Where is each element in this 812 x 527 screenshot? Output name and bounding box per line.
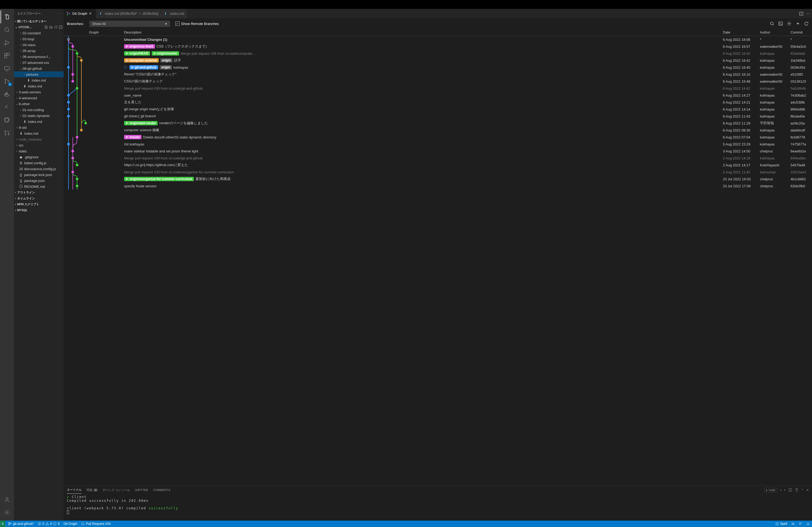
status-copilot-icon[interactable] [791, 522, 795, 526]
remote-button[interactable] [0, 521, 5, 527]
file-item[interactable]: Bbabel.config.js [14, 160, 64, 166]
remote-icon[interactable] [1, 62, 13, 75]
section-header[interactable]: ›NPM スクリプト [14, 201, 64, 207]
pull-request-icon[interactable] [1, 126, 13, 139]
folder-item[interactable]: ›static [14, 148, 64, 154]
commit-row[interactable]: Merge pull request #34 from ut-code/git-… [64, 154, 812, 162]
folder-item[interactable]: ›07-advanced-css [14, 60, 64, 65]
file-item[interactable]: {}package-lock.json [14, 172, 64, 178]
commit-row[interactable]: masterDelete docs/8-other/02-static-dyna… [64, 134, 812, 140]
commit-row[interactable]: user_name6 Aug 2022 14:27kokhayas7e306ab… [64, 92, 812, 99]
folder-item[interactable]: ›01-not-coding [14, 107, 64, 113]
folder-item[interactable]: ›04-class [14, 42, 64, 48]
run-debug-icon[interactable] [1, 36, 13, 49]
commit-row[interactable]: Git kokhayas5 Aug 2022 23:29kokhayas7475… [64, 140, 812, 148]
account-icon[interactable] [1, 493, 13, 506]
branch-tag[interactable]: master [124, 135, 142, 139]
more-icon[interactable] [806, 12, 810, 16]
terminal-profile[interactable]: ▸ node [764, 488, 777, 492]
chevron-down-icon[interactable]: ▾ [784, 488, 786, 491]
branches-dropdown[interactable]: Show All ▾ [89, 21, 170, 27]
terminal-tab[interactable]: ターミナル [67, 486, 82, 494]
commit-row[interactable]: computer-scienceorigin誤字6 Aug 2022 16:42… [64, 57, 812, 64]
status-bell-icon[interactable] [806, 522, 810, 526]
folder-item[interactable]: ›02-constant [14, 30, 64, 36]
search-icon[interactable] [1, 23, 13, 36]
collapse-icon[interactable] [59, 25, 62, 29]
commit-row[interactable]: computer science 俯瞰6 Aug 2022 08:30kokha… [64, 127, 812, 134]
terminal-output[interactable]: ✔ Client Compiled successfully in 202.08… [64, 494, 812, 521]
show-remote-checkbox[interactable]: ✓ Show Remote Branches [175, 21, 219, 26]
branch-tag[interactable]: origin/css-test1 [124, 44, 155, 48]
refresh-icon[interactable] [54, 25, 58, 29]
commit-row[interactable]: origin/add-renderrenderのページを編集しました6 Aug … [64, 120, 812, 127]
terminal-tab[interactable]: COMMENTS [153, 487, 170, 493]
extensions-icon[interactable] [1, 49, 13, 62]
folder-item[interactable]: ›06-anonymous-f... [14, 54, 64, 60]
github-icon[interactable] [1, 114, 13, 126]
folder-item[interactable]: ›03-loop [14, 36, 64, 42]
folder-item[interactable]: ›pictures [14, 71, 64, 77]
section-header[interactable]: ›タイムライン [14, 195, 64, 201]
status-spell[interactable]: Spell [775, 522, 787, 526]
branch-tag[interactable]: computer-science [124, 58, 159, 62]
folder-item[interactable]: ›9-old [14, 124, 64, 131]
terminal-tab[interactable]: 問題8 [86, 486, 98, 494]
commit-row[interactable]: make sidebar foldable and set prism them… [64, 148, 812, 154]
refresh-icon[interactable] [804, 21, 809, 26]
commit-row[interactable]: https://.co.jpをhttps://github.comに変えた2 A… [64, 162, 812, 168]
terminal-icon[interactable] [778, 21, 783, 26]
folder-item[interactable]: ›src [14, 142, 64, 148]
chevron-up-icon[interactable]: ⌃ [801, 488, 804, 492]
commit-row[interactable]: origin/reorganize-for-summer-curriculum夏… [64, 176, 812, 182]
terminal-tab[interactable]: JUPYTER [135, 487, 148, 493]
commit-row[interactable]: git-and-githuboriginkokhayas6 Aug 2022 1… [64, 64, 812, 71]
folder-item[interactable]: ⌄8-other [14, 101, 64, 107]
commit-row[interactable]: origin/css-test1CSS（フレックスボックスまで）6 Aug 20… [64, 43, 812, 50]
more-icon[interactable] [57, 12, 60, 15]
branch-tag[interactable]: origin/add-render [124, 121, 158, 125]
file-item[interactable]: ◆.gitignore [14, 154, 64, 160]
file-item[interactable]: ⬇index.md [14, 77, 64, 83]
folder-item[interactable]: ›05-array [14, 48, 64, 54]
new-terminal-icon[interactable]: + [780, 488, 782, 492]
new-file-icon[interactable] [44, 25, 48, 29]
split-icon[interactable] [788, 488, 792, 492]
docker-icon[interactable] [1, 88, 13, 101]
terminal-tab[interactable]: デバッグ コンソール [103, 486, 130, 494]
explorer-icon[interactable] [1, 11, 13, 23]
file-item[interactable]: ⓘREADME.md [14, 183, 64, 190]
open-editors-section[interactable]: › 開いているエディター [14, 18, 64, 24]
branch-tag[interactable]: origin/reorganize-for-summer-curriculum [124, 177, 194, 181]
commit-row[interactable]: origin/HEAD origin/masterMerge pull requ… [64, 50, 812, 57]
commit-row[interactable]: git merge origin mainなどを加筆6 Aug 2022 14:… [64, 106, 812, 113]
section-header[interactable]: ›MYSQL [14, 207, 64, 213]
editor-tab[interactable]: ⬇index.md (003fe35d^ ↔ 003fe35d) [96, 9, 161, 18]
status-pr[interactable]: Pull Request #34 [81, 522, 110, 526]
folder-item[interactable]: ⌄08-git-github [14, 65, 64, 71]
commit-row[interactable]: Uncommitted Changes (1)6 Aug 2022 18:06*… [64, 36, 812, 43]
settings-gear-icon[interactable] [1, 506, 13, 519]
commit-row[interactable]: git cloneとgit branch6 Aug 2022 11:43kokh… [64, 113, 812, 120]
file-item[interactable]: ⬇index.md [14, 83, 64, 89]
folder-item[interactable]: ›02-static-dynamic [14, 113, 64, 119]
search-icon[interactable] [770, 21, 774, 26]
folder-item[interactable]: ›node_modules [14, 136, 64, 142]
branch-tag[interactable]: git-and-github [129, 65, 158, 70]
share-icon[interactable] [1, 101, 13, 114]
folder-item[interactable]: ›3-web-servers [14, 89, 64, 95]
workspace-section[interactable]: ⌄ UTCOD... [14, 24, 64, 30]
fetch-icon[interactable] [795, 21, 800, 26]
gear-icon[interactable] [787, 21, 792, 26]
split-icon[interactable] [799, 11, 804, 16]
branch-tag[interactable]: origin/master [152, 51, 179, 56]
commit-row[interactable]: 文を直した6 Aug 2022 14:21kokhayasa4c538fb [64, 99, 812, 106]
section-header[interactable]: ›アウトライン [14, 190, 64, 195]
file-item[interactable]: ⬇index.md [14, 131, 64, 136]
status-branch[interactable]: git-and-github* [8, 522, 34, 526]
close-icon[interactable]: ✕ [806, 488, 809, 492]
commit-row[interactable]: specify Node version23 Jul 2022 17:09che… [64, 182, 812, 190]
commit-row[interactable]: Merge pull request #35 from ut-code/git-… [64, 85, 812, 92]
close-icon[interactable]: ✕ [89, 12, 93, 16]
file-item[interactable]: ⬇index.md [14, 119, 64, 124]
